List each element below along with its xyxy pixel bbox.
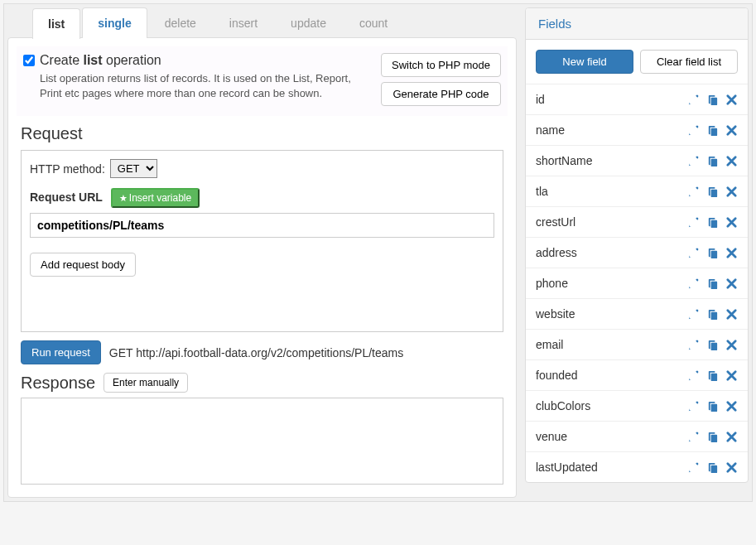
close-icon[interactable] bbox=[725, 431, 738, 443]
close-icon[interactable] bbox=[725, 400, 738, 412]
field-actions bbox=[687, 461, 738, 474]
edit-icon[interactable] bbox=[687, 124, 700, 137]
close-icon[interactable] bbox=[725, 339, 738, 351]
edit-icon[interactable] bbox=[687, 400, 700, 412]
edit-icon[interactable] bbox=[687, 461, 700, 474]
field-actions bbox=[687, 339, 738, 351]
tab-list[interactable]: list bbox=[32, 8, 80, 39]
field-item: venue bbox=[526, 421, 748, 451]
field-item: name bbox=[526, 114, 748, 145]
main-content: Create list operation List operation ret… bbox=[7, 37, 517, 498]
tab-update[interactable]: update bbox=[275, 7, 342, 38]
edit-icon[interactable] bbox=[687, 308, 700, 321]
operation-description: List operation returns list of records. … bbox=[40, 71, 354, 101]
response-section-title: Response bbox=[21, 374, 95, 393]
copy-icon[interactable] bbox=[706, 277, 719, 290]
add-request-body-button[interactable]: Add request body bbox=[30, 253, 136, 277]
close-icon[interactable] bbox=[725, 308, 738, 321]
close-icon[interactable] bbox=[725, 277, 738, 290]
request-url-label: Request URL bbox=[30, 191, 103, 204]
http-method-select[interactable]: GET bbox=[110, 159, 157, 178]
close-icon[interactable] bbox=[725, 186, 738, 198]
edit-icon[interactable] bbox=[687, 186, 700, 198]
insert-variable-button[interactable]: ★Insert variable bbox=[111, 188, 200, 208]
copy-icon[interactable] bbox=[706, 216, 719, 229]
field-actions bbox=[687, 216, 738, 229]
copy-icon[interactable] bbox=[706, 94, 719, 106]
copy-icon[interactable] bbox=[706, 431, 719, 443]
field-item: tla bbox=[526, 176, 748, 206]
field-name: name bbox=[536, 123, 565, 137]
field-actions bbox=[687, 400, 738, 412]
tab-count[interactable]: count bbox=[344, 7, 403, 38]
field-actions bbox=[687, 186, 738, 198]
edit-icon[interactable] bbox=[687, 431, 700, 443]
copy-icon[interactable] bbox=[706, 339, 719, 351]
clear-field-list-button[interactable]: Clear field list bbox=[640, 50, 738, 74]
operation-title: Create list operation bbox=[23, 53, 381, 68]
copy-icon[interactable] bbox=[706, 369, 719, 382]
field-item: crestUrl bbox=[526, 206, 748, 237]
edit-icon[interactable] bbox=[687, 369, 700, 382]
field-actions bbox=[687, 277, 738, 290]
field-actions bbox=[687, 308, 738, 321]
close-icon[interactable] bbox=[725, 216, 738, 229]
copy-icon[interactable] bbox=[706, 308, 719, 321]
field-actions bbox=[687, 94, 738, 106]
edit-icon[interactable] bbox=[687, 94, 700, 106]
field-item: shortName bbox=[526, 145, 748, 176]
create-operation-checkbox[interactable] bbox=[23, 55, 35, 66]
insert-variable-label: Insert variable bbox=[129, 192, 191, 204]
fields-panel: Fields New field Clear field list idname… bbox=[525, 7, 749, 483]
close-icon[interactable] bbox=[725, 461, 738, 474]
field-name: phone bbox=[536, 277, 568, 290]
edit-icon[interactable] bbox=[687, 216, 700, 229]
tab-single[interactable]: single bbox=[82, 7, 147, 38]
close-icon[interactable] bbox=[725, 247, 738, 259]
run-request-url: GET http://api.football-data.org/v2/comp… bbox=[109, 346, 403, 359]
field-name: clubColors bbox=[536, 399, 590, 412]
field-item: clubColors bbox=[526, 390, 748, 421]
new-field-button[interactable]: New field bbox=[536, 50, 633, 74]
edit-icon[interactable] bbox=[687, 155, 700, 167]
copy-icon[interactable] bbox=[706, 124, 719, 137]
field-item: email bbox=[526, 329, 748, 359]
copy-icon[interactable] bbox=[706, 247, 719, 259]
close-icon[interactable] bbox=[725, 124, 738, 137]
field-actions bbox=[687, 124, 738, 137]
edit-icon[interactable] bbox=[687, 277, 700, 290]
field-name: address bbox=[536, 246, 577, 259]
field-actions bbox=[687, 247, 738, 259]
field-actions bbox=[687, 431, 738, 443]
field-name: id bbox=[536, 93, 545, 106]
edit-icon[interactable] bbox=[687, 247, 700, 259]
run-request-button[interactable]: Run request bbox=[21, 340, 101, 364]
copy-icon[interactable] bbox=[706, 461, 719, 474]
request-url-input[interactable] bbox=[30, 213, 494, 238]
switch-php-button[interactable]: Switch to PHP mode bbox=[381, 53, 501, 77]
field-name: founded bbox=[536, 369, 578, 382]
field-name: email bbox=[536, 338, 563, 351]
close-icon[interactable] bbox=[725, 94, 738, 106]
op-title-suffix: operation bbox=[103, 53, 161, 67]
field-item: phone bbox=[526, 268, 748, 298]
close-icon[interactable] bbox=[725, 369, 738, 382]
copy-icon[interactable] bbox=[706, 400, 719, 412]
tab-delete[interactable]: delete bbox=[149, 7, 212, 38]
star-icon: ★ bbox=[119, 193, 128, 203]
enter-manually-button[interactable]: Enter manually bbox=[104, 373, 188, 393]
generate-php-button[interactable]: Generate PHP code bbox=[381, 82, 501, 106]
field-name: venue bbox=[536, 430, 567, 443]
edit-icon[interactable] bbox=[687, 339, 700, 351]
copy-icon[interactable] bbox=[706, 186, 719, 198]
http-method-label: HTTP method: bbox=[30, 162, 105, 176]
fields-header: Fields bbox=[526, 8, 748, 40]
response-box bbox=[21, 398, 503, 485]
copy-icon[interactable] bbox=[706, 155, 719, 167]
close-icon[interactable] bbox=[725, 155, 738, 167]
field-item: website bbox=[526, 298, 748, 329]
tab-insert[interactable]: insert bbox=[214, 7, 273, 38]
field-item: founded bbox=[526, 359, 748, 390]
field-item: address bbox=[526, 237, 748, 268]
field-item: lastUpdated bbox=[526, 451, 748, 482]
